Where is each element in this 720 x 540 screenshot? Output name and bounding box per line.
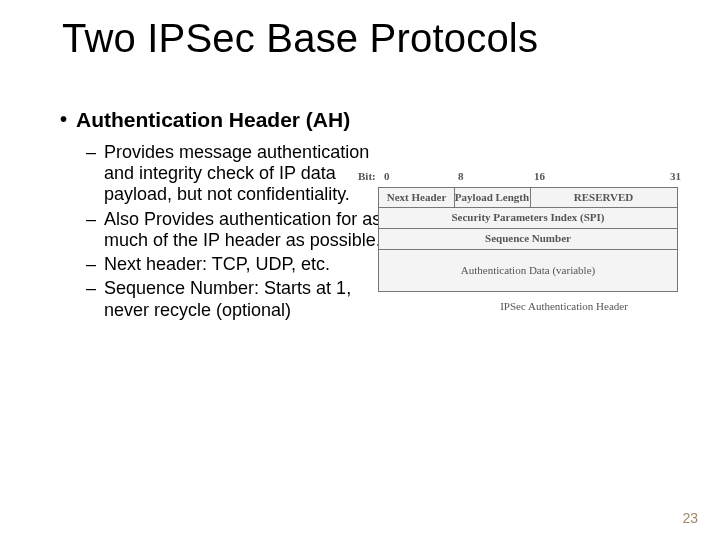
bit-31: 31 <box>670 170 681 182</box>
header-table: Next Header Payload Length RESERVED Secu… <box>378 187 678 292</box>
slide-title: Two IPSec Base Protocols <box>62 16 538 61</box>
bit-label: Bit: <box>358 170 376 182</box>
bit-8: 8 <box>458 170 464 182</box>
row-spi: Security Parameters Index (SPI) <box>378 208 678 229</box>
bullet-level1: Authentication Header (AH) <box>62 108 682 132</box>
diagram-caption: IPSec Authentication Header <box>438 300 690 312</box>
sub-bullet: Next header: TCP, UDP, etc. <box>86 254 386 275</box>
sub-bullet: Sequence Number: Starts at 1, never recy… <box>86 278 386 320</box>
field-next-header: Next Header <box>379 188 455 207</box>
row-seq: Sequence Number <box>378 229 678 250</box>
sub-bullets: Provides message authentication and inte… <box>62 142 386 321</box>
slide: Two IPSec Base Protocols Authentication … <box>0 0 720 540</box>
sub-bullet: Also Provides authentication for as much… <box>86 209 386 251</box>
ah-header-diagram: Bit: 0 8 16 31 Next Header Payload Lengt… <box>378 170 690 312</box>
field-reserved: RESERVED <box>530 188 677 207</box>
page-number: 23 <box>682 510 698 526</box>
bit-16: 16 <box>534 170 545 182</box>
field-payload-length: Payload Length <box>454 188 531 207</box>
sub-bullet: Provides message authentication and inte… <box>86 142 386 206</box>
bit-ruler: Bit: 0 8 16 31 <box>382 170 690 184</box>
row-1: Next Header Payload Length RESERVED <box>378 187 678 208</box>
row-authdata: Authentication Data (variable) <box>378 250 678 292</box>
bit-0: 0 <box>384 170 390 182</box>
